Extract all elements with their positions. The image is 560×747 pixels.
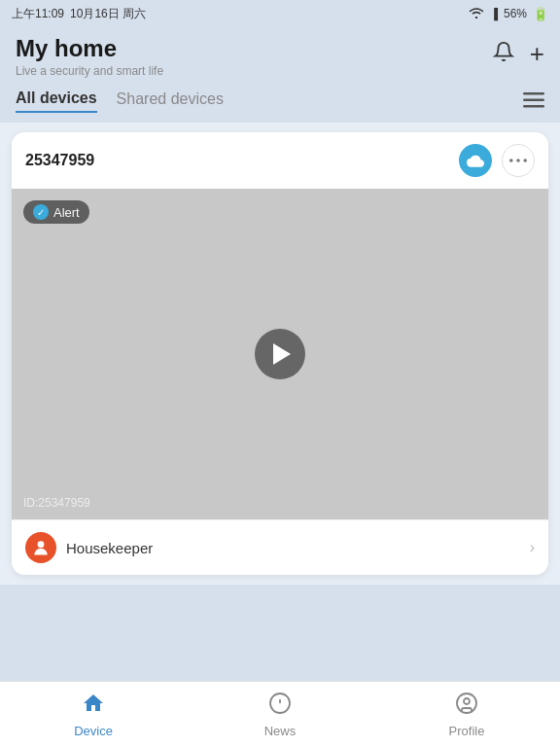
bell-icon[interactable] xyxy=(493,41,514,68)
tab-shared-devices[interactable]: Shared devices xyxy=(117,90,224,112)
device-nav-icon xyxy=(82,692,105,721)
news-nav-icon xyxy=(268,692,292,721)
header: My home Live a security and smart life + xyxy=(0,27,560,89)
cloud-button[interactable] xyxy=(459,144,492,177)
profile-nav-label: Profile xyxy=(449,724,485,738)
bottom-nav: Device News Profile xyxy=(0,681,560,747)
battery-icon: 🔋 xyxy=(533,7,548,21)
svg-point-5 xyxy=(523,159,527,162)
alert-badge: ✓ Alert xyxy=(23,200,89,224)
nav-item-profile[interactable]: Profile xyxy=(373,692,560,738)
alert-label: Alert xyxy=(53,205,80,220)
status-bar: 上午11:09 10月16日 周六 ▐ 56% 🔋 xyxy=(0,0,560,27)
menu-icon[interactable] xyxy=(523,90,544,113)
tabs-left: All devices Shared devices xyxy=(16,89,224,113)
wifi-icon xyxy=(469,7,484,21)
page-subtitle: Live a security and smart life xyxy=(16,64,163,78)
battery-percent: 56% xyxy=(504,7,527,20)
play-triangle-icon xyxy=(273,343,291,365)
svg-point-6 xyxy=(38,541,45,548)
device-card-header: 25347959 xyxy=(12,132,548,189)
device-header-icons xyxy=(459,144,535,177)
status-time-date: 上午11:09 10月16日 周六 xyxy=(12,6,146,22)
content-area: 25347959 ✓ Aler xyxy=(0,123,560,585)
play-button[interactable] xyxy=(255,329,305,379)
nav-item-device[interactable]: Device xyxy=(0,692,187,738)
header-actions: + xyxy=(493,39,544,69)
tabs-row: All devices Shared devices xyxy=(0,89,560,123)
housekeeper-left: Housekeeper xyxy=(25,532,153,563)
housekeeper-name: Housekeeper xyxy=(66,540,153,556)
header-title-section: My home Live a security and smart life xyxy=(16,35,163,78)
video-id-label: ID:25347959 xyxy=(23,496,90,510)
svg-rect-2 xyxy=(523,105,544,108)
status-date: 10月16日 周六 xyxy=(70,6,146,22)
add-icon[interactable]: + xyxy=(530,39,544,69)
device-card: 25347959 ✓ Aler xyxy=(12,132,548,575)
svg-point-4 xyxy=(516,159,520,162)
housekeeper-avatar xyxy=(25,532,56,563)
svg-point-10 xyxy=(457,694,476,713)
news-nav-label: News xyxy=(264,724,297,738)
device-id: 25347959 xyxy=(25,152,94,169)
nav-item-news[interactable]: News xyxy=(187,692,373,738)
device-nav-label: Device xyxy=(74,724,113,738)
status-time: 上午11:09 xyxy=(12,6,64,22)
page-title: My home xyxy=(16,35,163,62)
chevron-right-icon: › xyxy=(530,539,535,556)
alert-check-icon: ✓ xyxy=(33,204,49,220)
tab-all-devices[interactable]: All devices xyxy=(16,89,97,113)
svg-rect-0 xyxy=(523,92,544,95)
signal-icon: ▐ xyxy=(490,8,498,19)
housekeeper-row[interactable]: Housekeeper › xyxy=(12,519,548,575)
more-button[interactable] xyxy=(502,144,535,177)
svg-rect-1 xyxy=(523,98,544,101)
svg-point-11 xyxy=(464,698,470,704)
status-icons: ▐ 56% 🔋 xyxy=(469,7,548,21)
profile-nav-icon xyxy=(455,692,478,721)
svg-point-3 xyxy=(509,159,513,162)
video-area: ✓ Alert ID:25347959 xyxy=(12,189,548,519)
